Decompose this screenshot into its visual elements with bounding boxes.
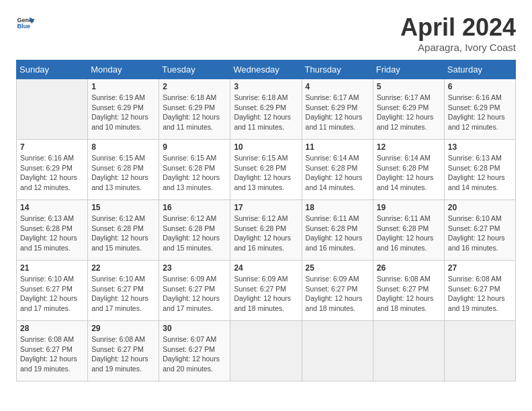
week-row-3: 14Sunrise: 6:13 AMSunset: 6:28 PMDayligh… (17, 200, 516, 261)
day-number: 4 (306, 82, 369, 91)
day-info: Sunrise: 6:13 AMSunset: 6:28 PMDaylight:… (20, 214, 84, 253)
calendar-cell: 5Sunrise: 6:17 AMSunset: 6:29 PMDaylight… (373, 79, 444, 140)
calendar-cell: 22Sunrise: 6:10 AMSunset: 6:27 PMDayligh… (88, 261, 159, 321)
calendar-cell: 23Sunrise: 6:09 AMSunset: 6:27 PMDayligh… (159, 261, 230, 321)
day-info: Sunrise: 6:08 AMSunset: 6:27 PMDaylight:… (91, 334, 155, 374)
calendar-cell: 17Sunrise: 6:12 AMSunset: 6:28 PMDayligh… (230, 200, 302, 261)
day-number: 6 (448, 82, 512, 91)
day-number: 25 (306, 263, 369, 273)
week-row-1: 1Sunrise: 6:19 AMSunset: 6:29 PMDaylight… (17, 79, 516, 140)
day-info: Sunrise: 6:10 AMSunset: 6:27 PMDaylight:… (91, 274, 155, 314)
calendar-cell (230, 321, 302, 381)
calendar-cell: 24Sunrise: 6:09 AMSunset: 6:27 PMDayligh… (230, 261, 302, 321)
day-info: Sunrise: 6:14 AMSunset: 6:28 PMDaylight:… (306, 153, 369, 193)
calendar-cell: 2Sunrise: 6:18 AMSunset: 6:29 PMDaylight… (159, 79, 230, 140)
calendar-cell: 8Sunrise: 6:15 AMSunset: 6:28 PMDaylight… (88, 140, 159, 200)
calendar-cell (444, 321, 515, 381)
calendar-cell: 21Sunrise: 6:10 AMSunset: 6:27 PMDayligh… (17, 261, 88, 321)
day-number: 24 (234, 263, 298, 273)
day-number: 5 (377, 82, 441, 91)
day-number: 7 (20, 142, 84, 152)
day-number: 13 (448, 142, 512, 152)
day-number: 8 (91, 142, 155, 152)
day-info: Sunrise: 6:16 AMSunset: 6:29 PMDaylight:… (448, 93, 512, 132)
calendar-cell: 28Sunrise: 6:08 AMSunset: 6:27 PMDayligh… (17, 321, 88, 381)
day-number: 20 (448, 203, 512, 212)
week-row-4: 21Sunrise: 6:10 AMSunset: 6:27 PMDayligh… (17, 261, 516, 321)
day-info: Sunrise: 6:19 AMSunset: 6:29 PMDaylight:… (91, 93, 155, 132)
day-number: 1 (91, 82, 155, 91)
day-number: 23 (163, 263, 226, 273)
calendar-cell: 16Sunrise: 6:12 AMSunset: 6:28 PMDayligh… (159, 200, 230, 261)
day-info: Sunrise: 6:12 AMSunset: 6:28 PMDaylight:… (91, 214, 155, 253)
header-saturday: Saturday (444, 60, 515, 79)
calendar-cell: 18Sunrise: 6:11 AMSunset: 6:28 PMDayligh… (302, 200, 373, 261)
subtitle: Aparagra, Ivory Coast (400, 42, 516, 53)
day-number: 12 (377, 142, 441, 152)
day-number: 16 (163, 203, 226, 212)
day-info: Sunrise: 6:10 AMSunset: 6:27 PMDaylight:… (20, 274, 84, 314)
day-info: Sunrise: 6:11 AMSunset: 6:28 PMDaylight:… (377, 214, 441, 253)
day-info: Sunrise: 6:12 AMSunset: 6:28 PMDaylight:… (234, 214, 298, 253)
day-number: 18 (306, 203, 369, 212)
calendar-cell: 26Sunrise: 6:08 AMSunset: 6:27 PMDayligh… (373, 261, 444, 321)
day-number: 11 (306, 142, 369, 152)
calendar-cell: 14Sunrise: 6:13 AMSunset: 6:28 PMDayligh… (17, 200, 88, 261)
day-info: Sunrise: 6:17 AMSunset: 6:29 PMDaylight:… (306, 93, 369, 132)
day-info: Sunrise: 6:10 AMSunset: 6:27 PMDaylight:… (448, 214, 512, 253)
calendar-header-row: SundayMondayTuesdayWednesdayThursdayFrid… (17, 60, 516, 79)
calendar-cell (17, 79, 88, 140)
day-number: 28 (20, 324, 84, 333)
day-info: Sunrise: 6:14 AMSunset: 6:28 PMDaylight:… (377, 153, 441, 193)
calendar-cell (302, 321, 373, 381)
day-info: Sunrise: 6:18 AMSunset: 6:29 PMDaylight:… (234, 93, 298, 132)
calendar-cell: 10Sunrise: 6:15 AMSunset: 6:28 PMDayligh… (230, 140, 302, 200)
calendar-cell: 30Sunrise: 6:07 AMSunset: 6:27 PMDayligh… (159, 321, 230, 381)
day-number: 27 (448, 263, 512, 273)
day-info: Sunrise: 6:12 AMSunset: 6:28 PMDaylight:… (163, 214, 226, 253)
day-info: Sunrise: 6:16 AMSunset: 6:29 PMDaylight:… (20, 153, 84, 193)
header-friday: Friday (373, 60, 444, 79)
day-number: 19 (377, 203, 441, 212)
calendar-cell: 25Sunrise: 6:09 AMSunset: 6:27 PMDayligh… (302, 261, 373, 321)
calendar-cell: 13Sunrise: 6:13 AMSunset: 6:28 PMDayligh… (444, 140, 515, 200)
calendar-cell (373, 321, 444, 381)
day-number: 17 (234, 203, 298, 212)
day-number: 2 (163, 82, 226, 91)
calendar-cell: 3Sunrise: 6:18 AMSunset: 6:29 PMDaylight… (230, 79, 302, 140)
main-title: April 2024 (400, 13, 516, 42)
day-number: 29 (91, 324, 155, 333)
calendar-cell: 7Sunrise: 6:16 AMSunset: 6:29 PMDaylight… (17, 140, 88, 200)
week-row-5: 28Sunrise: 6:08 AMSunset: 6:27 PMDayligh… (17, 321, 516, 381)
calendar-cell: 12Sunrise: 6:14 AMSunset: 6:28 PMDayligh… (373, 140, 444, 200)
header-tuesday: Tuesday (159, 60, 230, 79)
calendar-cell: 27Sunrise: 6:08 AMSunset: 6:27 PMDayligh… (444, 261, 515, 321)
calendar-cell: 15Sunrise: 6:12 AMSunset: 6:28 PMDayligh… (88, 200, 159, 261)
day-info: Sunrise: 6:13 AMSunset: 6:28 PMDaylight:… (448, 153, 512, 193)
header-monday: Monday (88, 60, 159, 79)
calendar-cell: 11Sunrise: 6:14 AMSunset: 6:28 PMDayligh… (302, 140, 373, 200)
day-info: Sunrise: 6:11 AMSunset: 6:28 PMDaylight:… (306, 214, 369, 253)
day-info: Sunrise: 6:17 AMSunset: 6:29 PMDaylight:… (377, 93, 441, 132)
day-info: Sunrise: 6:09 AMSunset: 6:27 PMDaylight:… (163, 274, 226, 314)
calendar-cell: 6Sunrise: 6:16 AMSunset: 6:29 PMDaylight… (444, 79, 515, 140)
day-info: Sunrise: 6:09 AMSunset: 6:27 PMDaylight:… (306, 274, 369, 314)
day-info: Sunrise: 6:15 AMSunset: 6:28 PMDaylight:… (234, 153, 298, 193)
header-wednesday: Wednesday (230, 60, 302, 79)
header: General Blue April 2024 Aparagra, Ivory … (16, 13, 516, 53)
day-info: Sunrise: 6:08 AMSunset: 6:27 PMDaylight:… (448, 274, 512, 314)
calendar-cell: 20Sunrise: 6:10 AMSunset: 6:27 PMDayligh… (444, 200, 515, 261)
calendar-cell: 4Sunrise: 6:17 AMSunset: 6:29 PMDaylight… (302, 79, 373, 140)
logo-icon: General Blue (16, 13, 35, 32)
week-row-2: 7Sunrise: 6:16 AMSunset: 6:29 PMDaylight… (17, 140, 516, 200)
day-info: Sunrise: 6:15 AMSunset: 6:28 PMDaylight:… (163, 153, 226, 193)
day-number: 26 (377, 263, 441, 273)
calendar-cell: 29Sunrise: 6:08 AMSunset: 6:27 PMDayligh… (88, 321, 159, 381)
day-number: 21 (20, 263, 84, 273)
day-number: 30 (163, 324, 226, 333)
day-number: 3 (234, 82, 298, 91)
day-info: Sunrise: 6:08 AMSunset: 6:27 PMDaylight:… (377, 274, 441, 314)
header-thursday: Thursday (302, 60, 373, 79)
calendar-table: SundayMondayTuesdayWednesdayThursdayFrid… (16, 60, 516, 381)
day-number: 22 (91, 263, 155, 273)
